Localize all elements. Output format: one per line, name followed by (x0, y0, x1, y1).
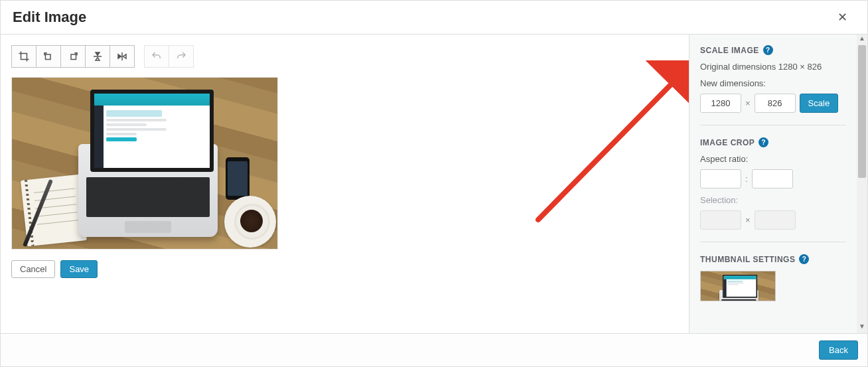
editor-buttons: Cancel Save (11, 260, 678, 278)
image-crop-section: IMAGE CROP ? Aspect ratio: : Selection: … (700, 137, 846, 242)
crop-icon (18, 50, 30, 62)
image-edit-toolbar (11, 45, 678, 68)
crop-button[interactable] (11, 45, 36, 68)
close-icon: ✕ (837, 11, 847, 24)
editor-main: Cancel Save (1, 35, 689, 333)
editor-sidebar-wrap: SCALE IMAGE ? Original dimensions 1280 ×… (689, 35, 867, 333)
cancel-button[interactable]: Cancel (11, 260, 55, 278)
flip-horizontal-icon (116, 50, 128, 62)
save-button[interactable]: Save (60, 260, 98, 278)
aspect-separator: : (745, 174, 748, 184)
aspect-width-input[interactable] (700, 169, 741, 188)
rotate-right-button[interactable] (60, 45, 86, 68)
modal-body: Cancel Save SCALE IMAGE ? Original (1, 35, 867, 333)
modal-title: Edit Image (13, 9, 86, 26)
back-button[interactable]: Back (819, 340, 858, 360)
svg-rect-0 (46, 54, 51, 60)
help-icon[interactable]: ? (763, 45, 773, 55)
sidebar-scrollbar[interactable]: ▲ ▼ (857, 35, 867, 333)
scroll-down-icon: ▼ (857, 323, 867, 333)
rotate-right-icon (67, 50, 79, 62)
selection-separator: × (745, 215, 751, 225)
image-crop-title-text: IMAGE CROP (700, 138, 755, 147)
modal-footer: Back (1, 333, 867, 366)
image-crop-title: IMAGE CROP ? (700, 137, 846, 147)
thumbnail-settings-title-text: THUMBNAIL SETTINGS (700, 255, 795, 264)
rotate-left-button[interactable] (36, 45, 61, 68)
scale-height-input[interactable] (755, 94, 796, 113)
tool-group-transform (11, 45, 135, 68)
modal-header: Edit Image ✕ (1, 1, 867, 35)
selection-width-input (700, 210, 741, 230)
flip-vertical-icon (92, 50, 104, 62)
aspect-ratio-row: : (700, 169, 846, 188)
svg-rect-1 (71, 54, 76, 60)
thumbnail-settings-section: THUMBNAIL SETTINGS ? (700, 254, 846, 301)
aspect-ratio-label: Aspect ratio: (700, 154, 846, 164)
selection-label: Selection: (700, 195, 846, 205)
undo-icon (151, 50, 163, 62)
close-button[interactable]: ✕ (832, 7, 853, 27)
scroll-up-icon: ▲ (857, 35, 867, 45)
flip-horizontal-button[interactable] (109, 45, 135, 68)
edit-image-modal: Edit Image ✕ (0, 0, 868, 367)
image-preview[interactable] (11, 77, 278, 250)
undo-button (144, 45, 169, 68)
dimension-separator: × (745, 98, 751, 108)
selection-height-input (755, 210, 796, 230)
editor-sidebar: SCALE IMAGE ? Original dimensions 1280 ×… (689, 35, 857, 333)
tool-group-history (144, 45, 194, 68)
scale-width-input[interactable] (700, 94, 741, 113)
help-icon[interactable]: ? (759, 137, 768, 147)
flip-vertical-button[interactable] (85, 45, 110, 68)
help-icon[interactable]: ? (799, 254, 809, 264)
thumbnail-preview (700, 271, 776, 301)
scale-image-section: SCALE IMAGE ? Original dimensions 1280 ×… (700, 45, 846, 125)
scroll-thumb[interactable] (858, 45, 866, 178)
redo-icon (175, 50, 187, 62)
scale-image-title-text: SCALE IMAGE (700, 46, 759, 55)
original-dimensions-label: Original dimensions 1280 × 826 (700, 62, 846, 72)
aspect-height-input[interactable] (752, 169, 793, 188)
preview-illustration (12, 78, 277, 249)
selection-row: × (700, 210, 846, 230)
rotate-left-icon (42, 50, 54, 62)
scale-image-title: SCALE IMAGE ? (700, 45, 846, 55)
thumbnail-settings-title: THUMBNAIL SETTINGS ? (700, 254, 846, 264)
new-dimensions-label: New dimensions: (700, 78, 846, 88)
scale-inputs-row: × Scale (700, 94, 846, 113)
redo-button (169, 45, 194, 68)
scale-button[interactable]: Scale (800, 94, 839, 113)
